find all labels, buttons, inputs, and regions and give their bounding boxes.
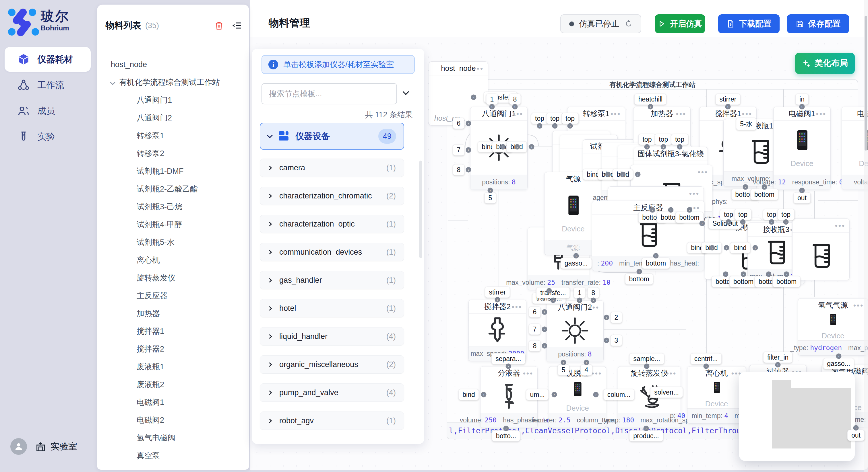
port-handle[interactable]: ›: [648, 104, 653, 109]
refresh-icon[interactable]: [625, 20, 632, 28]
tree-item[interactable]: 加热器: [107, 305, 246, 322]
port-pill[interactable]: top: [561, 113, 579, 124]
port-handle[interactable]: ›: [724, 245, 730, 250]
port-handle[interactable]: ›: [743, 184, 748, 190]
port-pill[interactable]: 8: [453, 164, 465, 175]
tree-item[interactable]: 废液瓶1: [107, 358, 246, 376]
chevron-down-icon[interactable]: [110, 80, 115, 85]
trash-icon[interactable]: [214, 21, 224, 30]
start-simulation-button[interactable]: 开启仿真: [655, 14, 705, 33]
port-handle[interactable]: ›: [710, 245, 715, 250]
port-handle[interactable]: ›: [644, 364, 650, 369]
port-pill[interactable]: bottom: [772, 276, 801, 287]
node-menu-icon[interactable]: •••: [589, 303, 599, 312]
node-menu-icon[interactable]: •••: [676, 109, 686, 118]
port-pill[interactable]: 2: [611, 312, 622, 323]
port-pill[interactable]: in: [795, 94, 809, 105]
port-handle[interactable]: ›: [653, 253, 659, 259]
collapse-list-icon[interactable]: [232, 20, 242, 31]
port-handle[interactable]: ›: [799, 104, 805, 109]
node-menu-icon[interactable]: •••: [592, 369, 602, 378]
tree-item[interactable]: 旋转蒸发仪: [107, 269, 246, 287]
lab-switcher[interactable]: 实验室: [35, 440, 77, 452]
port-handle[interactable]: ›: [577, 298, 582, 303]
port-handle[interactable]: ›: [567, 123, 573, 129]
port-handle[interactable]: ›: [775, 362, 781, 368]
port-handle[interactable]: ›: [783, 220, 789, 225]
port-pill[interactable]: 3: [611, 335, 622, 346]
category-group-instruments[interactable]: 仪器设备 49: [260, 123, 404, 150]
graph-node-搅拌器2[interactable]: 搅拌器2•••max_speed: 2000: [468, 300, 526, 361]
tree-item[interactable]: 主反应器: [107, 287, 246, 305]
port-handle[interactable]: ›: [574, 253, 579, 259]
port-handle[interactable]: ›: [725, 104, 731, 109]
port-handle[interactable]: ›: [740, 220, 746, 225]
graph-node-离心机[interactable]: 离心机•••Devicep: 40min_temp: 4max_spe:: [687, 366, 746, 424]
port-pill[interactable]: 8: [509, 94, 521, 105]
port-handle[interactable]: ›: [644, 426, 649, 431]
panel-collapse-icon[interactable]: [404, 90, 408, 95]
node-menu-icon[interactable]: •••: [512, 302, 522, 311]
port-handle[interactable]: ›: [762, 184, 767, 190]
beautify-layout-button[interactable]: 美化布局: [795, 53, 855, 74]
node-menu-icon[interactable]: •••: [742, 109, 752, 118]
tree-item[interactable]: 有机化学流程综合测试工作站: [107, 73, 246, 91]
tree-item[interactable]: 搅拌器1: [107, 322, 246, 340]
port-handle[interactable]: ›: [542, 309, 547, 314]
port-handle[interactable]: ›: [854, 425, 859, 431]
port-handle[interactable]: ›: [495, 297, 500, 303]
port-handle[interactable]: ›: [836, 353, 841, 359]
graph-node-洗脱柱[interactable]: 洗脱柱•••Devicediameter: 2.5column_type: si: [549, 366, 606, 428]
tree-item[interactable]: 试剂瓶2-乙酸乙酯: [107, 180, 246, 198]
port-handle[interactable]: ›: [466, 121, 471, 126]
port-handle[interactable]: ›: [741, 272, 746, 277]
graph-node-电磁阀1[interactable]: 电磁阀1•••Devicevoltage: 12response_time: 0…: [773, 107, 831, 190]
port-handle[interactable]: ›: [471, 95, 476, 100]
port-pill[interactable]: colum...: [603, 389, 634, 400]
port-pill[interactable]: 8: [588, 287, 599, 299]
port-handle[interactable]: ›: [500, 144, 506, 150]
node-menu-icon[interactable]: •••: [666, 369, 677, 378]
category-row-communication_devices[interactable]: communication_devices(1): [260, 243, 404, 261]
tree-item[interactable]: 离心机: [107, 251, 246, 269]
port-pill[interactable]: transfe...: [536, 287, 570, 299]
avatar[interactable]: [10, 438, 27, 455]
node-menu-icon[interactable]: •••: [689, 189, 700, 198]
port-handle[interactable]: ›: [481, 392, 487, 397]
tree-item[interactable]: 试剂瓶5-水: [107, 233, 246, 251]
port-pill[interactable]: bottom: [730, 276, 757, 287]
port-handle[interactable]: ›: [466, 147, 471, 153]
port-pill[interactable]: 1: [486, 94, 498, 105]
port-handle[interactable]: ›: [537, 123, 542, 129]
node-menu-icon[interactable]: •••: [698, 167, 708, 176]
tree-item[interactable]: 电磁阀2: [107, 411, 246, 429]
node-menu-icon[interactable]: •••: [513, 109, 523, 118]
sidebar-item-experiments[interactable]: 实验: [5, 125, 91, 149]
port-pill[interactable]: sample...: [629, 353, 664, 365]
port-handle[interactable]: ›: [650, 207, 655, 213]
port-handle[interactable]: ›: [546, 288, 552, 294]
node-menu-icon[interactable]: •••: [693, 149, 704, 158]
port-handle[interactable]: ›: [687, 207, 692, 213]
port-pill[interactable]: stirrer: [485, 287, 510, 298]
port-handle[interactable]: ›: [644, 144, 650, 150]
port-pill[interactable]: gasso...: [823, 358, 854, 369]
port-pill[interactable]: solven...: [650, 387, 683, 398]
port-pill[interactable]: top: [734, 209, 751, 220]
port-handle[interactable]: ›: [542, 327, 547, 332]
port-handle[interactable]: ›: [561, 360, 566, 365]
tree-item[interactable]: 试剂瓶1-DMF: [107, 162, 246, 180]
port-pill[interactable]: 6: [453, 118, 465, 129]
tree-item[interactable]: 八通阀门1: [107, 91, 246, 109]
tree-item[interactable]: 氢气电磁阀: [107, 429, 246, 447]
port-pill[interactable]: bottom: [750, 189, 778, 200]
port-pill[interactable]: bottom: [642, 258, 670, 269]
port-pill[interactable]: 5-水: [736, 118, 756, 130]
port-pill[interactable]: separa...: [491, 353, 525, 365]
port-handle[interactable]: ›: [506, 364, 511, 369]
port-pill[interactable]: heatchill: [634, 94, 666, 105]
port-handle[interactable]: ›: [635, 172, 641, 177]
port-handle[interactable]: ›: [661, 144, 666, 150]
port-pill[interactable]: gasso...: [561, 258, 592, 269]
port-pill[interactable]: centrif...: [690, 353, 722, 365]
